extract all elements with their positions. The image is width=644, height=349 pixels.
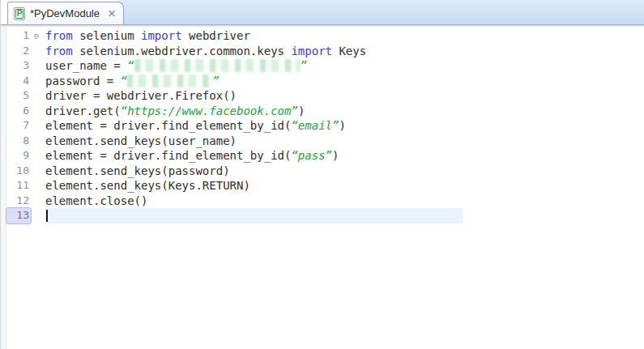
annotation-ruler[interactable] (1, 27, 6, 349)
line-number-gutter[interactable]: 1⊖2345678910111213 (6, 27, 45, 349)
gutter-line[interactable]: 6 (6, 104, 45, 119)
code-line[interactable]: element.close() (45, 194, 644, 209)
line-number[interactable]: 13 (6, 208, 31, 223)
code-token: element.send_keys(Keys.RETURN) (45, 179, 250, 192)
line-number[interactable]: 5 (6, 88, 31, 104)
gutter-line[interactable]: 8 (6, 134, 45, 149)
fold-toggle-icon[interactable]: ⊖ (31, 32, 42, 40)
code-token: import (291, 45, 332, 57)
gutter-line[interactable]: 10 (6, 164, 45, 179)
gutter-line[interactable]: 4 (6, 74, 45, 89)
code-token: import (141, 29, 182, 42)
line-number[interactable]: 10 (6, 164, 31, 179)
code-line[interactable]: driver = webdriver.Firefox() (45, 88, 644, 104)
code-editor[interactable]: 1⊖2345678910111213 from selenium import … (1, 27, 644, 349)
editor-tab[interactable]: P *PyDevModule ✕ (7, 2, 124, 24)
redacted-text (127, 74, 212, 87)
gutter-line[interactable]: 3 (6, 58, 45, 74)
code-token: selenium (73, 29, 141, 42)
line-number[interactable]: 4 (6, 74, 31, 89)
code-token: webdriver (182, 29, 250, 42)
code-line[interactable]: element = driver.find_element_by_id(“pas… (45, 148, 644, 164)
code-token: user_name = (45, 59, 127, 72)
line-number[interactable]: 11 (6, 178, 31, 194)
code-line[interactable]: driver.get(“https://www.facebook.com”) (45, 104, 644, 119)
line-number[interactable]: 9 (6, 148, 31, 164)
code-line[interactable]: from selenium import webdriver (45, 28, 644, 44)
code-token: from (45, 29, 73, 42)
code-line[interactable]: element.send_keys(password) (45, 164, 644, 179)
tab-title: *PyDevModule (30, 7, 100, 19)
tab-close-icon[interactable]: ✕ (108, 9, 116, 19)
code-area[interactable]: from selenium import webdriverfrom selen… (45, 27, 644, 349)
code-line[interactable]: element.send_keys(user_name) (45, 134, 644, 149)
redacted-text (134, 59, 301, 72)
code-token: “email” (291, 119, 339, 132)
code-token: “ (127, 59, 134, 72)
code-token: “pass” (291, 149, 332, 162)
code-token: driver = webdriver.Firefox() (45, 89, 237, 102)
code-token: ) (332, 149, 339, 162)
line-number[interactable]: 3 (6, 58, 31, 74)
gutter-line[interactable]: 13 (6, 208, 45, 223)
gutter-line[interactable]: 7 (6, 118, 45, 134)
code-token: “ (121, 74, 127, 87)
code-token: element.send_keys(password) (45, 164, 230, 177)
code-token: element.close() (45, 194, 147, 207)
line-number[interactable]: 2 (6, 44, 31, 59)
gutter-line[interactable]: 11 (6, 178, 45, 194)
code-line[interactable]: password = “” (45, 74, 644, 89)
pydev-p-glyph: P (15, 9, 24, 19)
tab-bar: P *PyDevModule ✕ (1, 0, 644, 25)
code-token: element = driver.find_element_by_id( (45, 149, 291, 162)
editor-window: P *PyDevModule ✕ 1⊖2345678910111213 from… (0, 0, 644, 349)
code-token: ) (298, 104, 305, 117)
code-token: Keys (332, 45, 366, 57)
code-token: element = driver.find_element_by_id( (45, 119, 291, 132)
code-token: ” (301, 59, 307, 72)
code-token: selenium.webdriver.common.keys (73, 45, 292, 57)
gutter-line[interactable]: 12 (6, 194, 45, 209)
code-token: from (45, 45, 73, 57)
gutter-line[interactable]: 5 (6, 88, 45, 104)
code-line[interactable] (45, 208, 644, 223)
text-cursor (46, 210, 48, 222)
pydev-file-icon: P (14, 7, 25, 20)
code-token: password = (45, 74, 121, 87)
line-number[interactable]: 7 (6, 118, 31, 134)
code-line[interactable]: element = driver.find_element_by_id(“ema… (45, 118, 644, 134)
gutter-line[interactable]: 9 (6, 148, 45, 164)
line-number[interactable]: 6 (6, 104, 31, 119)
code-line[interactable]: element.send_keys(Keys.RETURN) (45, 178, 644, 194)
code-line[interactable]: user_name = “” (45, 58, 644, 74)
code-line[interactable]: from selenium.webdriver.common.keys impo… (45, 44, 644, 59)
code-token: “https://www.facebook.com” (121, 104, 298, 117)
gutter-line[interactable]: 2 (6, 44, 45, 59)
gutter-line[interactable]: 1⊖ (6, 28, 45, 44)
current-line-highlight (45, 208, 463, 223)
code-token: driver.get( (45, 104, 121, 117)
code-token: ” (212, 74, 219, 87)
tab-bar-empty-area (118, 0, 644, 24)
line-number[interactable]: 12 (6, 194, 31, 209)
code-token: ) (339, 119, 345, 132)
line-number[interactable]: 8 (6, 134, 31, 149)
code-token: element.send_keys(user_name) (45, 134, 237, 147)
line-number[interactable]: 1 (6, 28, 31, 44)
